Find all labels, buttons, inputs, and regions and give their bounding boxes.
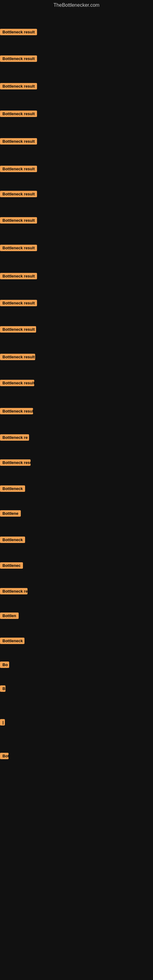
- bottleneck-result-item-1: Bottleneck result: [0, 29, 37, 37]
- bottleneck-result-item-13: Bottleneck result: [0, 354, 35, 361]
- bottleneck-badge-16[interactable]: Bottleneck re: [0, 434, 29, 441]
- bottleneck-badge-18[interactable]: Bottleneck: [0, 485, 25, 492]
- bottleneck-badge-5[interactable]: Bottleneck result: [0, 138, 37, 145]
- bottleneck-result-item-24: Bottleneck: [0, 638, 24, 645]
- bottleneck-result-item-3: Bottleneck result: [0, 83, 37, 91]
- bottleneck-result-item-4: Bottleneck result: [0, 111, 37, 118]
- bottleneck-badge-27[interactable]: |: [0, 719, 5, 725]
- bottleneck-result-item-9: Bottleneck result: [0, 245, 37, 252]
- bottleneck-badge-21[interactable]: Bottlenec: [0, 562, 23, 569]
- bottleneck-result-item-17: Bottleneck resul: [0, 460, 30, 467]
- bottleneck-badge-22[interactable]: Bottleneck re: [0, 588, 27, 595]
- bottleneck-result-item-11: Bottleneck result: [0, 300, 37, 307]
- bottleneck-badge-12[interactable]: Bottleneck result: [0, 326, 36, 332]
- bottleneck-result-item-18: Bottleneck: [0, 485, 25, 493]
- bottleneck-result-item-23: Bottlen: [0, 612, 19, 620]
- bottleneck-badge-24[interactable]: Bottleneck: [0, 638, 24, 644]
- bottleneck-result-item-16: Bottleneck re: [0, 434, 29, 442]
- bottleneck-badge-10[interactable]: Bottleneck result: [0, 273, 37, 279]
- bottleneck-result-item-26: B: [0, 686, 5, 693]
- bottleneck-badge-2[interactable]: Bottleneck result: [0, 56, 37, 62]
- bottleneck-badge-28[interactable]: Bot: [0, 753, 9, 759]
- bottleneck-result-item-22: Bottleneck re: [0, 588, 27, 596]
- bottleneck-badge-8[interactable]: Bottleneck result: [0, 217, 37, 224]
- bottleneck-result-item-5: Bottleneck result: [0, 138, 37, 146]
- bottleneck-badge-9[interactable]: Bottleneck result: [0, 245, 37, 251]
- site-title: TheBottlenecker.com: [0, 0, 153, 12]
- bottleneck-badge-23[interactable]: Bottlen: [0, 612, 19, 619]
- bottleneck-result-item-25: Bo: [0, 662, 9, 669]
- bottleneck-result-item-10: Bottleneck result: [0, 273, 37, 280]
- bottleneck-result-item-7: Bottleneck result: [0, 191, 37, 199]
- bottleneck-result-item-20: Bottleneck: [0, 536, 25, 544]
- bottleneck-badge-4[interactable]: Bottleneck result: [0, 111, 37, 117]
- bottleneck-result-item-19: Bottlene: [0, 510, 21, 518]
- bottleneck-result-item-14: Bottleneck result: [0, 380, 34, 387]
- bottleneck-badge-1[interactable]: Bottleneck result: [0, 29, 37, 35]
- bottleneck-badge-11[interactable]: Bottleneck result: [0, 300, 37, 306]
- bottleneck-result-item-27: |: [0, 719, 5, 727]
- bottleneck-result-item-6: Bottleneck result: [0, 166, 37, 173]
- bottleneck-badge-19[interactable]: Bottlene: [0, 510, 21, 517]
- bottleneck-result-item-2: Bottleneck result: [0, 56, 37, 63]
- bottleneck-result-item-28: Bot: [0, 753, 9, 760]
- bottleneck-badge-25[interactable]: Bo: [0, 662, 9, 668]
- bottleneck-badge-3[interactable]: Bottleneck result: [0, 83, 37, 89]
- bottleneck-badge-15[interactable]: Bottleneck result: [0, 408, 33, 414]
- bottleneck-badge-17[interactable]: Bottleneck resul: [0, 460, 30, 466]
- bottleneck-result-item-8: Bottleneck result: [0, 217, 37, 225]
- bottleneck-badge-13[interactable]: Bottleneck result: [0, 354, 35, 360]
- bottleneck-result-item-15: Bottleneck result: [0, 408, 33, 415]
- bottleneck-badge-7[interactable]: Bottleneck result: [0, 191, 37, 197]
- bottleneck-badge-26[interactable]: B: [0, 686, 5, 692]
- bottleneck-result-item-21: Bottlenec: [0, 562, 23, 570]
- bottleneck-badge-6[interactable]: Bottleneck result: [0, 166, 37, 172]
- bottleneck-result-item-12: Bottleneck result: [0, 326, 36, 334]
- bottleneck-badge-20[interactable]: Bottleneck: [0, 536, 25, 543]
- bottleneck-badge-14[interactable]: Bottleneck result: [0, 380, 34, 386]
